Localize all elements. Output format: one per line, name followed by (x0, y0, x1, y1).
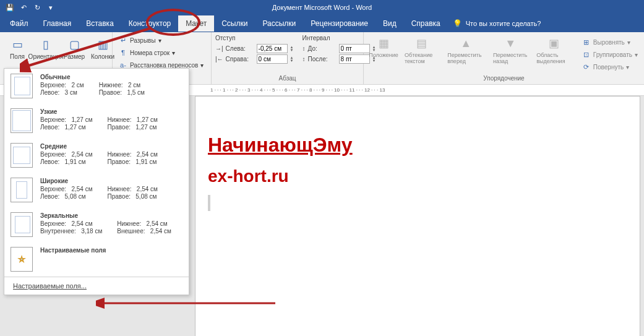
paragraph-group-label: Абзац (215, 75, 359, 82)
tab-design[interactable]: Конструктор (121, 15, 178, 32)
custom-margins-link[interactable]: Настраиваемые поля... (4, 277, 189, 295)
preset-name: Широкие (40, 178, 182, 184)
orientation-icon: ▯ (38, 37, 53, 52)
menu-bar: Файл Главная Вставка Конструктор Макет С… (0, 15, 644, 32)
margins-preset-custom[interactable]: ★ Настраиваемые поля (4, 242, 189, 277)
indent-label: Отступ (215, 35, 294, 41)
tab-file[interactable]: Файл (2, 15, 36, 32)
line-numbers-icon: ¶ (119, 48, 127, 57)
indent-left-icon: →| (215, 45, 223, 52)
margins-preset-narrow[interactable]: Узкие Верхнее: 1,27 смЛевое: 1,27 см Ниж… (4, 103, 189, 138)
size-icon: ▢ (67, 37, 82, 52)
group-icon: ⊡ (582, 51, 591, 59)
wrap-text-button[interactable]: ▤Обтекание текстом (401, 35, 442, 75)
qat-customize-icon[interactable]: ▾ (46, 2, 56, 12)
document-subtitle[interactable]: ex-hort.ru (208, 166, 627, 186)
bring-forward-button[interactable]: ▲Переместить вперед (444, 35, 488, 75)
document-heading[interactable]: НачинающЭму (208, 134, 627, 157)
margins-dropdown: Обычные Верхнее: 2 смЛевое: 3 см Нижнее:… (4, 68, 189, 295)
indent-left-input[interactable] (257, 44, 288, 53)
preset-icon (11, 143, 33, 168)
undo-icon[interactable]: ↶ (19, 2, 28, 12)
selection-icon: ▣ (547, 36, 562, 51)
tab-help[interactable]: Справка (404, 15, 448, 32)
margins-preset-moderate[interactable]: Средние Верхнее: 2,54 смЛевое: 1,91 см Н… (4, 138, 189, 173)
align-button[interactable]: ⊞Выровнять▾ (580, 37, 640, 48)
rotate-icon: ⟳ (582, 63, 591, 72)
tab-review[interactable]: Рецензирование (303, 15, 376, 32)
title-bar: 💾 ↶ ↻ ▾ Документ Microsoft Word - Word (0, 0, 644, 15)
preset-icon (11, 108, 33, 133)
tab-insert[interactable]: Вставка (79, 15, 121, 32)
preset-name: Зеркальные (40, 212, 182, 219)
align-icon: ⊞ (582, 38, 591, 47)
spacing-before-icon: ↕ (303, 45, 306, 52)
indent-left-spinner[interactable]: ▲▼ (290, 46, 294, 52)
position-icon: ▦ (376, 36, 391, 51)
position-button[interactable]: ▦Положение (367, 35, 400, 75)
group-button[interactable]: ⊡Группировать▾ (580, 50, 640, 61)
preset-name: Средние (40, 143, 182, 150)
arrange-group-label: Упорядочение (367, 75, 640, 82)
preset-icon (11, 74, 33, 98)
preset-icon (11, 212, 33, 237)
rotate-button[interactable]: ⟳Повернуть▾ (580, 62, 640, 73)
breaks-icon: ↵ (119, 36, 127, 45)
tab-layout[interactable]: Макет (178, 15, 214, 32)
indent-right-spinner[interactable]: ▲▼ (290, 56, 294, 62)
spacing-after-icon: ↕ (303, 56, 306, 62)
forward-icon: ▲ (458, 36, 473, 51)
redo-icon[interactable]: ↻ (32, 2, 42, 12)
backward-icon: ▼ (503, 36, 518, 51)
line-numbers-button[interactable]: ¶Номера строк▾ (116, 47, 207, 58)
margins-icon: ▭ (10, 37, 25, 52)
margins-preset-wide[interactable]: Широкие Верхнее: 2,54 смЛевое: 5,08 см Н… (4, 173, 189, 207)
tab-home[interactable]: Главная (36, 15, 79, 32)
tab-mailings[interactable]: Рассылки (255, 15, 303, 32)
tab-view[interactable]: Вид (376, 15, 404, 32)
custom-margins-icon: ★ (11, 247, 33, 272)
selection-pane-button[interactable]: ▣Область выделения (533, 35, 576, 75)
indent-right-icon: |← (215, 56, 223, 62)
window-title: Документ Microsoft Word - Word (272, 4, 372, 11)
page[interactable]: НачинающЭму ex-hort.ru (195, 96, 640, 336)
preset-name: Обычные (40, 74, 182, 80)
margins-preset-normal[interactable]: Обычные Верхнее: 2 смЛевое: 3 см Нижнее:… (4, 69, 189, 103)
text-cursor (208, 195, 210, 211)
save-icon[interactable]: 💾 (5, 2, 15, 12)
wrap-icon: ▤ (414, 36, 429, 51)
lightbulb-icon: 💡 (453, 19, 462, 28)
tab-references[interactable]: Ссылки (214, 15, 255, 32)
indent-right-input[interactable] (257, 54, 288, 64)
preset-icon (11, 178, 33, 202)
quick-access-toolbar: 💾 ↶ ↻ ▾ (0, 2, 61, 12)
breaks-button[interactable]: ↵Разрывы▾ (116, 35, 207, 46)
tell-me[interactable]: 💡 Что вы хотите сделать? (453, 19, 541, 28)
margins-preset-mirror[interactable]: Зеркальные Верхнее: 2,54 смВнутреннее: 3… (4, 207, 189, 242)
tell-me-label: Что вы хотите сделать? (466, 20, 541, 27)
columns-icon: ▥ (95, 37, 110, 52)
send-backward-button[interactable]: ▼Переместить назад (489, 35, 531, 75)
preset-name: Узкие (40, 108, 182, 115)
